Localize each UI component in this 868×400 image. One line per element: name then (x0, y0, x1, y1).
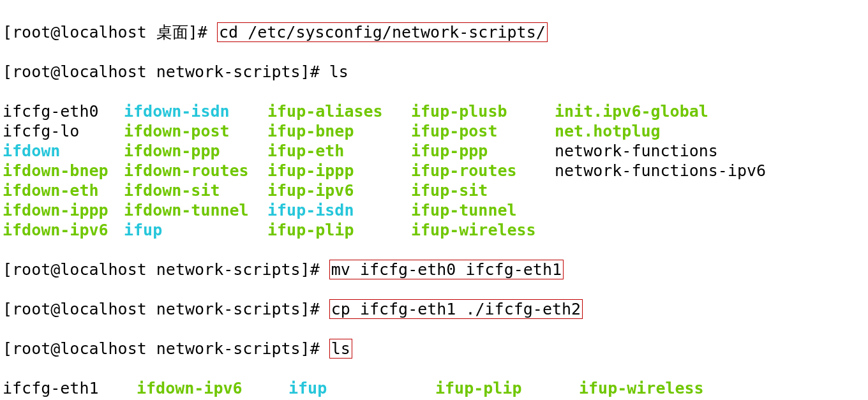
file-entry: ifup-isdn (267, 200, 411, 220)
file-entry: ifup-plip (267, 220, 411, 240)
command-highlight: mv ifcfg-eth0 ifcfg-eth1 (329, 260, 564, 279)
file-entry: ifdown (3, 141, 124, 161)
file-entry: ifcfg-lo (3, 121, 124, 141)
file-entry: ifcfg-eth1 (3, 378, 137, 398)
ls-column: init.ipv6-globalnet.hotplugnetwork-funct… (555, 101, 766, 240)
file-entry: ifup-plip (435, 378, 579, 398)
prompt-line: [root@localhost 桌面]# cd /etc/sysconfig/n… (3, 22, 865, 42)
ls-column: ifup-plusbifup-postifup-pppifup-routesif… (411, 101, 555, 240)
file-entry: ifdown-ipv6 (137, 378, 288, 398)
file-entry: ifdown-ppp (124, 141, 267, 161)
file-entry: ifdown-ippp (3, 200, 124, 220)
file-entry: ifup-ipv6 (267, 181, 411, 200)
file-entry: ifup (124, 220, 267, 240)
prompt-line: [root@localhost network-scripts]# ls (3, 339, 865, 359)
file-entry: network-functions-ipv6 (555, 161, 766, 181)
file-entry: ifup-ppp (411, 141, 555, 161)
terminal[interactable]: [root@localhost 桌面]# cd /etc/sysconfig/n… (0, 0, 868, 400)
file-entry: ifdown-bnep (3, 161, 124, 181)
file-entry: network-functions (555, 141, 766, 161)
file-entry: ifup-bnep (267, 121, 411, 141)
file-entry: ifup-eth (267, 141, 411, 161)
file-entry: net.hotplug (555, 121, 766, 141)
shell-prompt: [root@localhost network-scripts]# (3, 260, 329, 279)
file-entry: ifup-routes (411, 161, 555, 181)
file-entry: ifup-plusb (411, 101, 555, 121)
file-entry: ifdown-routes (124, 161, 267, 181)
ls-column: ifdown-ipv6ifdown-isdnifdown-postifdown-… (137, 378, 288, 400)
file-entry: ifdown-post (124, 121, 267, 141)
command-highlight: cd /etc/sysconfig/network-scripts/ (217, 22, 548, 42)
shell-prompt: [root@localhost network-scripts]# (3, 300, 329, 318)
shell-prompt: [root@localhost network-scripts]# (3, 339, 329, 358)
file-entry: init.ipv6-global (555, 101, 766, 121)
file-entry: ifup-sit (411, 181, 555, 200)
command-highlight: ls (329, 339, 352, 359)
file-entry: ifcfg-eth0 (3, 101, 124, 121)
shell-prompt: [root@localhost 桌面]# (3, 23, 217, 41)
prompt-line: [root@localhost network-scripts]# ls (3, 62, 865, 82)
prompt-line: [root@localhost network-scripts]# cp ifc… (3, 299, 865, 319)
ls-column: ifup-aliasesifup-bnepifup-ethifup-ipppif… (267, 101, 411, 240)
ls-output: ifcfg-eth1ifcfg-eth2ifcfg-loifdownifdown… (3, 378, 865, 400)
file-entry: ifdown-ipv6 (3, 220, 124, 240)
file-entry: ifdown-tunnel (124, 200, 267, 220)
file-entry: ifdown-isdn (124, 101, 267, 121)
file-entry: ifup-wireless (579, 378, 790, 398)
file-entry: ifup-aliases (267, 101, 411, 121)
prompt-line: [root@localhost network-scripts]# mv ifc… (3, 260, 865, 279)
file-entry: ifup-tunnel (411, 200, 555, 220)
file-entry: ifup-wireless (411, 220, 555, 240)
ls-column: ifcfg-eth0ifcfg-loifdownifdown-bnepifdow… (3, 101, 124, 240)
file-entry: ifup-ippp (267, 161, 411, 181)
command-highlight: cp ifcfg-eth1 ./ifcfg-eth2 (329, 299, 583, 319)
file-entry: ifdown-sit (124, 181, 267, 200)
ls-column: ifcfg-eth1ifcfg-eth2ifcfg-loifdownifdown… (3, 378, 137, 400)
file-entry: ifup-post (411, 121, 555, 141)
ls-column: ifup-plipifup-plusbifup-postifup-pppifup… (435, 378, 579, 400)
ls-column: ifup-wirelessinit.ipv6-globalnet.hotplug… (579, 378, 790, 400)
file-entry: ifup (288, 378, 435, 398)
ls-column: ifupifup-aliasesifup-bnepifup-ethifup-ip… (288, 378, 435, 400)
file-entry: ifdown-eth (3, 181, 124, 200)
ls-column: ifdown-isdnifdown-postifdown-pppifdown-r… (124, 101, 267, 240)
ls-output: ifcfg-eth0ifcfg-loifdownifdown-bnepifdow… (3, 101, 865, 240)
